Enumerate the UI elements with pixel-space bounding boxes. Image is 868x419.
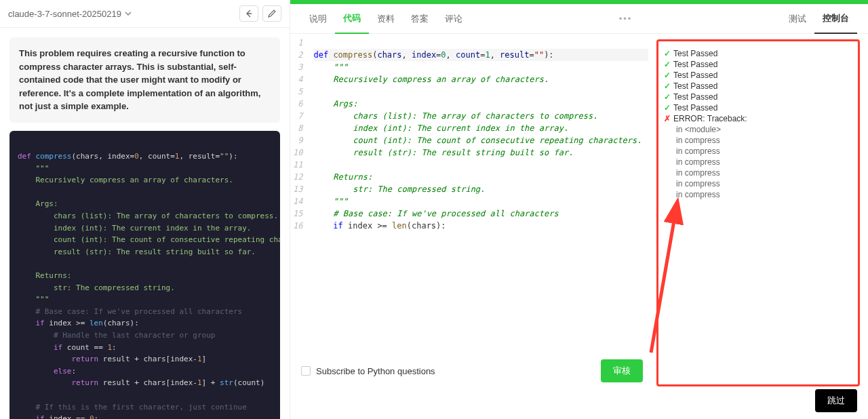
tab-代码[interactable]: 代码 xyxy=(335,4,369,34)
console-line: in compress xyxy=(664,178,852,189)
console-line: ✗ERROR: Traceback: xyxy=(664,113,852,124)
check-icon: ✓ xyxy=(664,103,671,113)
review-button[interactable]: 审核 xyxy=(601,359,643,382)
left-body: This problem requires creating a recursi… xyxy=(0,28,290,419)
model-selector[interactable]: claude-3-7-sonnet-20250219 xyxy=(8,9,132,19)
console-line: in compress xyxy=(664,157,852,167)
console-line: ✓Test Passed xyxy=(664,59,852,70)
rtab-测试[interactable]: 测试 xyxy=(781,4,814,34)
check-icon: ✓ xyxy=(664,81,671,91)
code-editor[interactable]: 12345678910111213141516 def compress(cha… xyxy=(290,34,654,353)
skip-button[interactable]: 跳过 xyxy=(815,389,857,412)
tab-评论[interactable]: 评论 xyxy=(437,4,471,34)
check-icon: ✓ xyxy=(664,49,671,58)
explanation-box: This problem requires creating a recursi… xyxy=(9,37,280,123)
check-icon: ✓ xyxy=(664,71,671,80)
console-line: in compress xyxy=(664,135,852,146)
console-panel: ✓Test Passed✓Test Passed✓Test Passed✓Tes… xyxy=(656,39,860,386)
more-menu[interactable]: ••• xyxy=(614,14,638,24)
x-icon: ✗ xyxy=(664,114,671,123)
back-button[interactable] xyxy=(239,5,258,22)
edit-button[interactable] xyxy=(262,5,281,22)
rtab-控制台[interactable]: 控制台 xyxy=(814,4,857,34)
header-buttons xyxy=(239,5,281,22)
tab-bar: 说明代码资料答案评论 ••• 测试控制台 xyxy=(290,4,868,34)
subscribe-checkbox[interactable] xyxy=(301,366,311,376)
pencil-icon xyxy=(267,9,277,18)
left-panel: claude-3-7-sonnet-20250219 This problem … xyxy=(0,0,290,419)
check-icon: ✓ xyxy=(664,60,671,69)
tab-说明[interactable]: 说明 xyxy=(301,4,335,34)
console-line: ✓Test Passed xyxy=(664,48,852,59)
editor-code[interactable]: def compress(chars, index=0, count=1, re… xyxy=(308,34,654,353)
console-line: ✓Test Passed xyxy=(664,70,852,81)
console-line: in compress xyxy=(664,146,852,157)
console-line: ✓Test Passed xyxy=(664,92,852,102)
console-line: in <module> xyxy=(664,124,852,135)
console-line: ✓Test Passed xyxy=(664,81,852,92)
console-line: in compress xyxy=(664,189,852,200)
bottom-row: Subscribe to Python questions 审核 xyxy=(290,353,654,389)
check-icon: ✓ xyxy=(664,92,671,102)
main-area: 12345678910111213141516 def compress(cha… xyxy=(290,34,868,389)
back-arrow-icon xyxy=(244,9,254,18)
tab-资料[interactable]: 资料 xyxy=(369,4,403,34)
code-block-dark: def compress(chars, index=0, count=1, re… xyxy=(9,131,280,420)
right-panel: 说明代码资料答案评论 ••• 测试控制台 1234567891011121314… xyxy=(290,0,868,419)
console-line: ✓Test Passed xyxy=(664,102,852,113)
model-name: claude-3-7-sonnet-20250219 xyxy=(8,9,121,19)
tab-答案[interactable]: 答案 xyxy=(403,4,437,34)
line-gutter: 12345678910111213141516 xyxy=(290,34,308,353)
console-line: in compress xyxy=(664,167,852,178)
left-header: claude-3-7-sonnet-20250219 xyxy=(0,0,290,28)
subscribe-label: Subscribe to Python questions xyxy=(316,366,435,376)
editor-column: 12345678910111213141516 def compress(cha… xyxy=(290,34,654,389)
chevron-down-icon xyxy=(124,9,132,18)
